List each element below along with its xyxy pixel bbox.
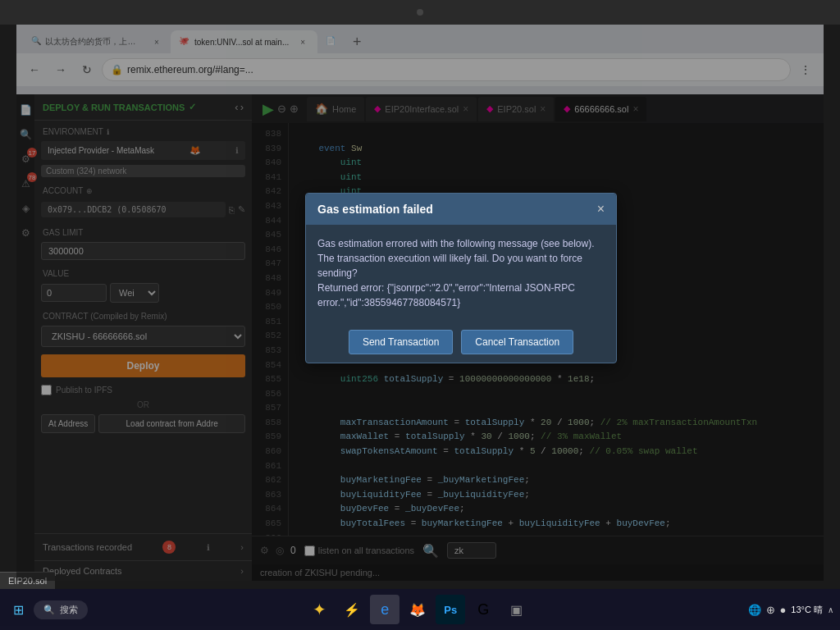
screen: 🔍 以太坊合约的货币，上好Um... × 🐙 token:UNIV...sol …	[16, 25, 824, 581]
taskbar-search[interactable]: 🔍 搜索	[34, 600, 88, 619]
gas-estimation-modal: Gas estimation failed × Gas estimation e…	[305, 193, 617, 363]
taskbar-search-label: 搜索	[60, 604, 78, 616]
taskbar-app-photoshop[interactable]: Ps	[436, 595, 465, 624]
modal-body-text: Gas estimation errored with the followin…	[317, 238, 595, 308]
modal-header: Gas estimation failed ×	[306, 194, 616, 225]
tray-icon-2: ⊕	[766, 604, 775, 616]
camera	[417, 9, 423, 16]
taskbar-tray: 🌐 ⊕ ● 13°C 晴 ∧	[748, 604, 834, 616]
modal-overlay: Gas estimation failed × Gas estimation e…	[16, 25, 824, 581]
taskbar-search-icon: 🔍	[43, 605, 55, 615]
windows-taskbar: ⊞ 🔍 搜索 ✦ ⚡ e 🦊 Ps G ▣ 🌐 ⊕ ● 13°C 晴 ∧	[0, 589, 840, 630]
modal-close-button[interactable]: ×	[597, 202, 605, 217]
start-button[interactable]: ⊞	[7, 599, 30, 621]
taskbar-app-edge[interactable]: e	[370, 595, 399, 624]
tray-expand-icon[interactable]: ∧	[828, 605, 833, 614]
taskbar-app-lightning[interactable]: ⚡	[337, 595, 367, 624]
taskbar-app-chrome[interactable]: G	[468, 595, 498, 624]
weather-display: 13°C 晴	[791, 604, 823, 616]
taskbar-app-star[interactable]: ✦	[304, 595, 334, 624]
tray-icon-3: ●	[780, 604, 787, 616]
modal-body: Gas estimation errored with the followin…	[306, 225, 616, 322]
taskbar-app-metamask[interactable]: 🦊	[403, 595, 432, 624]
tray-icon-1: 🌐	[748, 604, 761, 616]
modal-title: Gas estimation failed	[317, 203, 433, 216]
send-transaction-button[interactable]: Send Transaction	[349, 330, 453, 354]
modal-footer: Send Transaction Cancel Transaction	[306, 322, 616, 363]
monitor-bezel	[0, 0, 840, 25]
taskbar-app-remix[interactable]: ▣	[501, 595, 531, 624]
taskbar-apps: ✦ ⚡ e 🦊 Ps G ▣	[91, 595, 745, 624]
cancel-transaction-button[interactable]: Cancel Transaction	[461, 330, 573, 354]
